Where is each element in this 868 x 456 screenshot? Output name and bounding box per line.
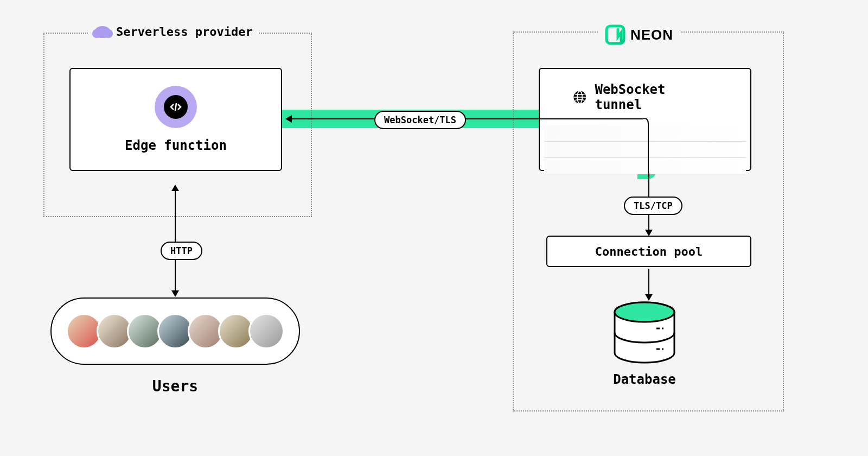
avatar	[248, 313, 284, 349]
serverless-header: Serverless provider	[88, 25, 259, 39]
http-label: HTTP	[161, 242, 202, 260]
neon-logo: NEON	[604, 24, 673, 46]
tls-tcp-arrow-head	[645, 230, 653, 236]
database-label: Database	[574, 372, 715, 387]
connection-pool-box: Connection pool	[546, 236, 751, 267]
globe-icon	[572, 90, 587, 105]
avatar-row	[66, 313, 284, 349]
neon-header: NEON	[598, 24, 680, 46]
cloud-icon	[94, 26, 111, 38]
neon-brand-text: NEON	[630, 27, 673, 43]
code-icon	[164, 95, 188, 119]
database-icon	[612, 301, 677, 366]
users-group	[50, 297, 300, 365]
http-arrow-up	[171, 185, 179, 191]
websocket-tunnel-label: WebSocket tunnel	[595, 82, 718, 112]
websocket-curve	[637, 118, 654, 178]
pool-db-arrow-line	[648, 269, 649, 296]
svg-point-6	[615, 302, 674, 322]
users-label: Users	[50, 377, 300, 395]
pool-db-arrow-head	[645, 294, 653, 301]
connection-pool-label: Connection pool	[595, 245, 703, 258]
websocket-arrow-head	[285, 115, 292, 123]
edge-function-box: Edge function	[69, 68, 282, 171]
code-badge	[155, 86, 197, 128]
tls-tcp-label: TLS/TCP	[624, 197, 682, 215]
websocket-tls-label: WebSocket/TLS	[374, 111, 466, 129]
edge-function-label: Edge function	[125, 138, 227, 153]
websocket-arrow-line	[291, 118, 643, 119]
neon-logo-mark	[604, 24, 626, 46]
serverless-title: Serverless provider	[116, 25, 253, 39]
http-arrow-down	[171, 290, 179, 297]
svg-line-0	[175, 103, 176, 111]
